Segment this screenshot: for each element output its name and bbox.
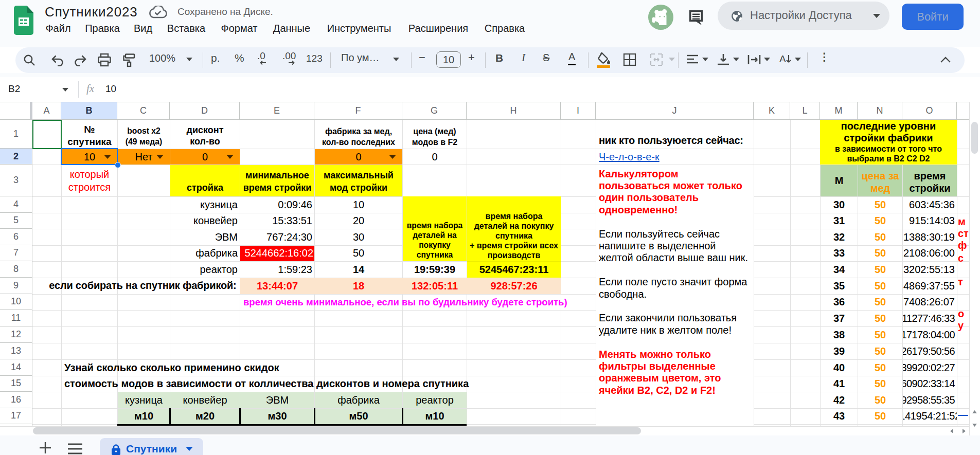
svg-text:A: A (779, 53, 786, 64)
